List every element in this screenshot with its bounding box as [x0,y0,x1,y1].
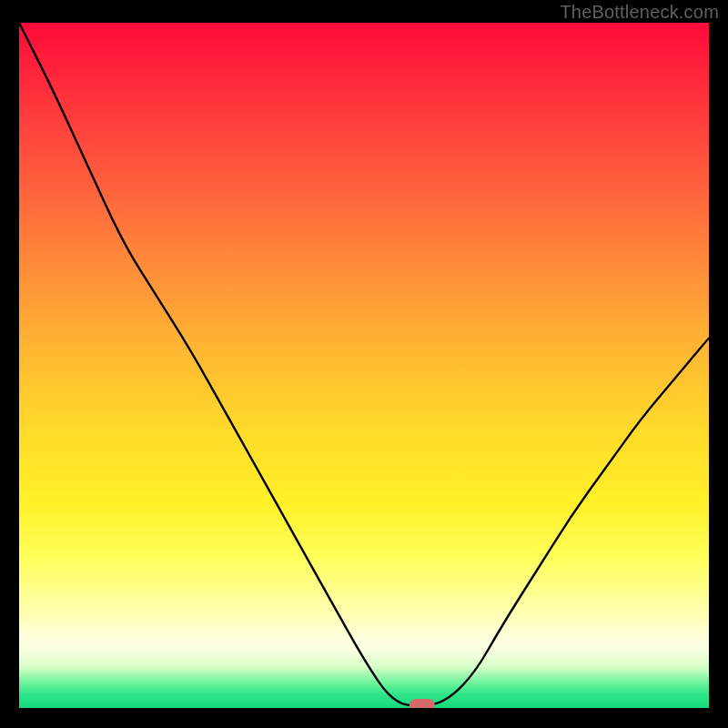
curve-path [19,23,709,706]
watermark-text: TheBottleneck.com [560,2,719,23]
optimal-marker [410,699,435,708]
bottleneck-curve [19,23,709,708]
chart-frame: TheBottleneck.com [0,0,728,728]
plot-area [19,23,709,708]
